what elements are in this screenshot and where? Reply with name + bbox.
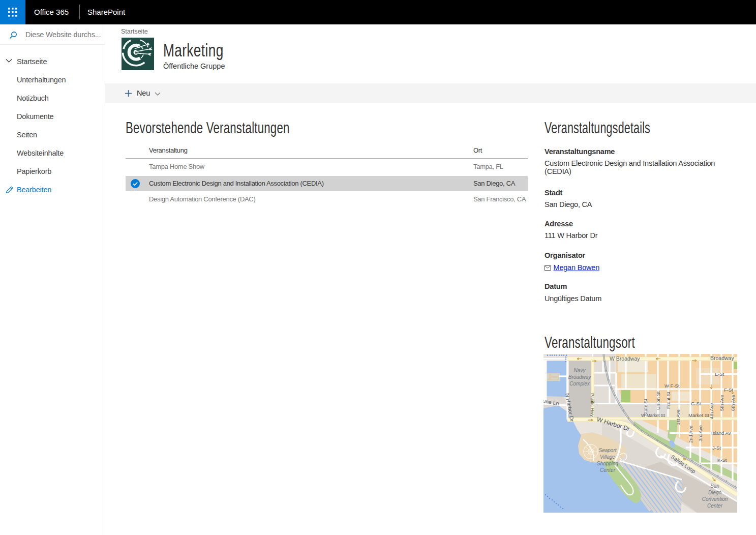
svg-text:Convention: Convention bbox=[702, 496, 728, 502]
svg-text:1st Ave: 1st Ave bbox=[675, 409, 681, 425]
svg-text:5th Ave: 5th Ave bbox=[719, 395, 724, 411]
svg-text:6th Ave: 6th Ave bbox=[730, 395, 736, 411]
svg-text:Market St: Market St bbox=[688, 412, 709, 418]
svg-text:Village: Village bbox=[600, 454, 615, 460]
svg-text:San: San bbox=[710, 483, 719, 489]
svg-text:Center: Center bbox=[600, 467, 616, 473]
svg-text:E-St: E-St bbox=[715, 371, 724, 377]
svg-text:Center: Center bbox=[707, 503, 723, 509]
svg-text:Pacific Hwy: Pacific Hwy bbox=[590, 393, 595, 417]
svg-text:W F-St: W F-St bbox=[664, 383, 680, 389]
svg-text:Navy: Navy bbox=[574, 368, 586, 373]
svg-text:K-St: K-St bbox=[717, 457, 727, 463]
svg-text:Front St: Front St bbox=[666, 392, 671, 409]
svg-text:3rd Ave: 3rd Ave bbox=[698, 425, 703, 441]
svg-text:Broadway: Broadway bbox=[568, 374, 591, 380]
svg-text:Seaport: Seaport bbox=[598, 448, 617, 453]
svg-text:Shopping: Shopping bbox=[597, 461, 619, 466]
svg-text:J-St: J-St bbox=[712, 445, 721, 451]
svg-text:Diego: Diego bbox=[708, 490, 722, 495]
svg-text:4th Ave: 4th Ave bbox=[709, 403, 714, 419]
svg-text:Broadway: Broadway bbox=[710, 355, 734, 361]
svg-text:W Broadway: W Broadway bbox=[610, 355, 640, 362]
svg-text:Complex: Complex bbox=[569, 381, 590, 387]
svg-text:Union St: Union St bbox=[655, 391, 661, 410]
svg-text:Island Av: Island Av bbox=[711, 430, 731, 436]
svg-text:F-St: F-St bbox=[724, 387, 733, 393]
svg-text:G-St: G-St bbox=[691, 401, 701, 406]
svg-text:State St: State St bbox=[643, 399, 648, 416]
svg-text:2nd Ave: 2nd Ave bbox=[688, 426, 693, 443]
